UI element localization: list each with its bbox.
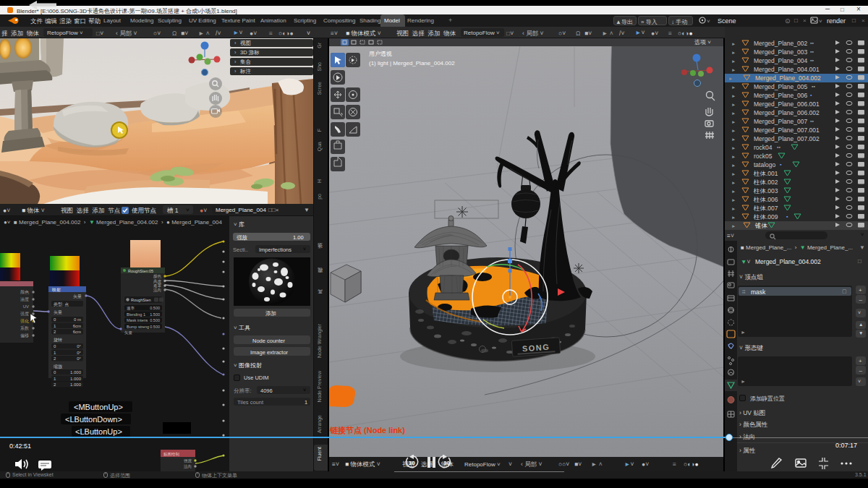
- svg-text:法向: 法向: [184, 464, 192, 469]
- svg-text:►: ►: [731, 180, 736, 185]
- svg-text:○○˅: ○○˅: [558, 461, 569, 468]
- svg-text:系数: 系数: [20, 325, 29, 330]
- svg-text:1.000: 1.000: [70, 382, 82, 387]
- svg-text:►: ►: [731, 102, 736, 107]
- svg-text:▪▪: ▪▪: [810, 58, 814, 63]
- svg-text:Blending 1: Blending 1: [127, 312, 145, 317]
- svg-text:►˅: ►˅: [624, 461, 634, 468]
- svg-text:▪▪: ▪▪: [810, 40, 814, 46]
- svg-text:Merged_Plane_006.001: Merged_Plane_006.001: [754, 100, 820, 108]
- svg-text:速率: 速率: [127, 306, 135, 310]
- svg-text:缩放: 缩放: [54, 364, 62, 369]
- svg-text:‹ 局部 ˅: ‹ 局部 ˅: [521, 461, 542, 468]
- svg-text:►: ►: [731, 137, 736, 142]
- svg-text:■˅: ■˅: [574, 461, 582, 468]
- svg-text:►: ►: [731, 67, 736, 72]
- svg-text:rock05: rock05: [754, 153, 773, 160]
- svg-text:6cm: 6cm: [73, 330, 81, 334]
- svg-text:30: 30: [443, 460, 450, 466]
- svg-text:柱体.002: 柱体.002: [753, 179, 778, 186]
- svg-text:法向: 法向: [153, 288, 161, 293]
- svg-text:Merged_Plane_007: Merged_Plane_007: [754, 118, 807, 125]
- svg-text:强度: 强度: [184, 458, 192, 463]
- svg-text:˅: ˅: [707, 18, 710, 25]
- svg-text:UV: UV: [23, 304, 29, 309]
- svg-text:6cm: 6cm: [73, 324, 81, 328]
- svg-text:3D 游标: 3D 游标: [240, 49, 260, 56]
- svg-text:0.500: 0.500: [150, 306, 160, 310]
- svg-text:颜色: 颜色: [20, 289, 30, 294]
- svg-text:矢量: 矢量: [73, 294, 82, 299]
- svg-text:▪▪: ▪▪: [777, 145, 780, 150]
- svg-text:标注: 标注: [239, 68, 252, 74]
- svg-text:►: ►: [731, 85, 736, 90]
- svg-text:˅: ˅: [819, 18, 822, 25]
- svg-text:1.500: 1.500: [150, 312, 160, 317]
- svg-text:▪: ▪: [786, 214, 788, 219]
- svg-text:0 m: 0 m: [74, 317, 81, 322]
- svg-text:►: ►: [731, 171, 736, 176]
- svg-text:10: 10: [409, 460, 415, 466]
- svg-text:►: ►: [731, 223, 736, 228]
- svg-text:视图: 视图: [240, 40, 251, 46]
- svg-text:1.000: 1.000: [70, 377, 82, 381]
- svg-text:颜色: 颜色: [153, 274, 162, 278]
- svg-text:用户透视: 用户透视: [369, 51, 392, 57]
- svg-text:RoughSten:05: RoughSten:05: [128, 269, 153, 273]
- svg-text:▪▪: ▪▪: [810, 49, 814, 54]
- svg-text:类型: 点: 类型: 点: [54, 301, 69, 307]
- svg-text:0°: 0°: [77, 344, 81, 348]
- svg-text:Merged_Plane_007.002: Merged_Plane_007.002: [754, 135, 820, 142]
- svg-text:Merged_Plane_006.002: Merged_Plane_006.002: [754, 109, 820, 116]
- svg-text:柱体.006: 柱体.006: [753, 196, 778, 203]
- svg-text:●˅: ●˅: [642, 461, 649, 468]
- svg-text:Merged_Plane_003: Merged_Plane_003: [754, 48, 807, 56]
- svg-text:0.500: 0.500: [150, 325, 160, 329]
- svg-text:►: ►: [731, 59, 736, 64]
- svg-text:锥体: 锥体: [754, 222, 768, 229]
- svg-text:▪▪: ▪▪: [810, 119, 814, 124]
- svg-text:○◐◑●: ○◐◑●: [684, 461, 699, 468]
- svg-text:►: ►: [731, 93, 736, 98]
- svg-text:■ 物体模式 ˅: ■ 物体模式 ˅: [345, 461, 380, 468]
- svg-text:Merged_Plane_005: Merged_Plane_005: [754, 83, 807, 90]
- svg-text:矢量: 矢量: [54, 310, 62, 314]
- svg-text:►: ►: [731, 128, 736, 133]
- svg-text:旋转: 旋转: [54, 338, 62, 343]
- svg-text:►: ►: [731, 111, 736, 116]
- svg-text:▪▪: ▪▪: [812, 84, 815, 89]
- svg-text:►: ►: [731, 215, 736, 220]
- svg-text:►: ►: [731, 163, 736, 168]
- svg-text:选项 ˅: 选项 ˅: [694, 39, 711, 46]
- svg-text:0°: 0°: [77, 356, 81, 361]
- svg-text:►: ►: [731, 206, 736, 211]
- svg-text:Merged_Plane_004.002: Merged_Plane_004.002: [755, 74, 821, 82]
- svg-text:柱体.007: 柱体.007: [753, 205, 778, 212]
- svg-text:柱体.009: 柱体.009: [753, 213, 778, 221]
- svg-text:rock04: rock04: [754, 144, 773, 151]
- svg-text:►: ►: [731, 145, 736, 150]
- svg-text:►: ►: [731, 189, 736, 194]
- svg-text:偏移: 偏移: [20, 333, 29, 338]
- svg-text:映射: 映射: [52, 288, 61, 292]
- svg-text:Merged_Plane_007.001: Merged_Plane_007.001: [754, 127, 820, 134]
- svg-text:▪: ▪: [810, 93, 812, 98]
- svg-text:集合: 集合: [240, 59, 252, 65]
- svg-text:强度: 强度: [20, 311, 29, 317]
- svg-text:▪: ▪: [780, 162, 782, 167]
- svg-text:Merged_Plane_004: Merged_Plane_004: [754, 57, 807, 64]
- svg-text:Merged_Plane_006: Merged_Plane_006: [754, 92, 807, 99]
- svg-text:Mask intens: Mask intens: [127, 318, 148, 322]
- svg-text:柱体.001: 柱体.001: [753, 170, 778, 177]
- svg-text:tatalogo: tatalogo: [754, 161, 776, 168]
- svg-text:Merged_Plane_004.001: Merged_Plane_004.001: [754, 66, 820, 73]
- svg-text:►: ►: [731, 154, 736, 159]
- svg-text:柱体.003: 柱体.003: [753, 187, 778, 194]
- svg-text:►: ►: [731, 41, 736, 46]
- svg-text:(1) light | Merged_Plane_004.0: (1) light | Merged_Plane_004.002: [369, 60, 455, 67]
- svg-text:RoughSten: RoughSten: [131, 298, 151, 302]
- svg-text:˅: ˅: [509, 461, 512, 468]
- svg-text:贴图绘制: 贴图绘制: [163, 452, 180, 457]
- svg-text:0.500: 0.500: [150, 318, 160, 322]
- svg-text:≡: ≡: [673, 461, 676, 468]
